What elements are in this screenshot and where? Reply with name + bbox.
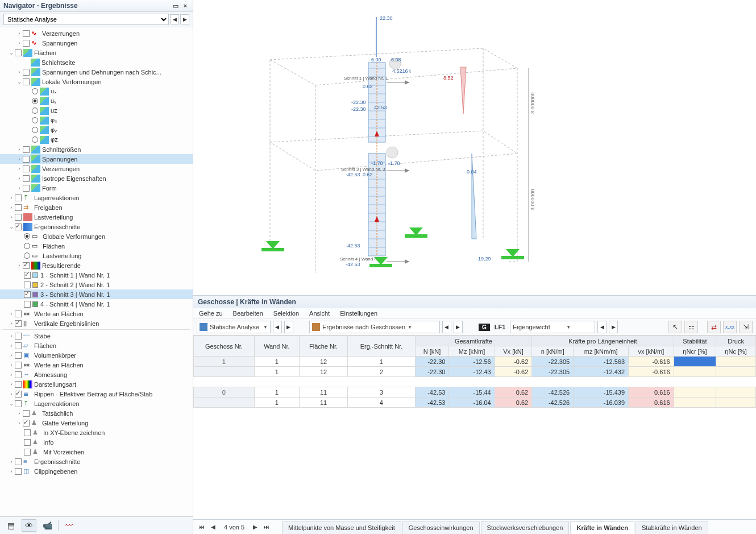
svg-text:-6.08: -6.08 [389, 57, 401, 63]
tree-item[interactable]: ›▣Volumenkörper [0, 350, 193, 360]
footer-tab[interactable]: Stabkräfte in Wänden [635, 521, 708, 534]
view-camera-icon[interactable]: 📹 [40, 519, 55, 532]
tree-item[interactable]: ⌄Flächen [0, 48, 193, 57]
close-icon[interactable]: × [181, 2, 189, 9]
tree-item[interactable]: Schichtseite [0, 57, 193, 67]
footer-tab[interactable]: Mittelpunkte von Masse und Steifigkeit [282, 521, 401, 534]
tree-item-spannungen[interactable]: ›Spannungen [0, 154, 193, 164]
tree-item[interactable]: ›〰Stäbe [0, 331, 193, 341]
tree-item[interactable]: ›◫Clippingebenen [0, 466, 193, 476]
view-data-icon[interactable]: ▤ [3, 519, 18, 532]
tree-item[interactable]: ♟In XY-Ebene zeichnen [0, 428, 193, 437]
prev-lc[interactable]: ◀ [597, 321, 607, 333]
analysis-mode-select[interactable]: Statische Analyse [3, 14, 169, 25]
first-page-button[interactable]: ⏮ [197, 524, 207, 530]
results-table: Geschoss Nr. Wand Nr. Fläche Nr. Erg.-Sc… [193, 336, 756, 408]
tree-item[interactable]: ›Verzerrungen [0, 28, 193, 38]
tree-item[interactable]: ♟Info [0, 437, 193, 447]
next-page-button[interactable]: ▶ [250, 524, 260, 530]
tree-item[interactable]: ›Werte an Flächen [0, 360, 193, 370]
tree-item[interactable]: ›Resultierende [0, 260, 193, 270]
tree-item[interactable]: φₓ [0, 115, 193, 125]
tree-item[interactable]: φᴢ [0, 135, 193, 144]
tree-item[interactable]: ›▱Flächen [0, 341, 193, 350]
results-toolbar: Statische Analyse▼ ◀ ▶ Ergebnisse nach G… [193, 319, 756, 336]
tree-item[interactable]: ›↔Abmessung [0, 370, 193, 379]
analysis-dropdown[interactable]: Statische Analyse▼ [197, 321, 271, 333]
tool-link-icon[interactable]: ⇄ [707, 321, 721, 333]
tree-item[interactable]: ▭Globale Verformungen [0, 231, 193, 241]
menu-bearbeiten[interactable]: Bearbeiten [233, 310, 263, 317]
3d-viewport[interactable]: 3.000000 3.000000 22.30 -6.00 [193, 0, 756, 295]
tree-item[interactable]: uᵧ [0, 96, 193, 106]
tree-item[interactable]: ›⇉Freigaben [0, 202, 193, 212]
svg-rect-75 [501, 256, 524, 259]
tree-item[interactable]: φᵧ [0, 125, 193, 135]
next-lc[interactable]: ▶ [609, 321, 618, 333]
tree-item[interactable]: ›≡Ergebnisschnitte [0, 457, 193, 466]
tree-item[interactable]: ▭Lastverteilung [0, 251, 193, 260]
tool-export-icon[interactable]: ⇲ [739, 321, 753, 333]
loadcase-badge: G [479, 324, 490, 331]
menu-gehezu[interactable]: Gehe zu [199, 310, 223, 317]
tree-item[interactable]: 4 - Schnitt 4 | Wand Nr. 1 [0, 299, 193, 309]
pin-icon[interactable]: ▭ [172, 2, 180, 10]
menu-selektion[interactable]: Selektion [273, 310, 299, 317]
table-row[interactable]: 01113-42.53-15.440.62-42.526-15.4390.616 [194, 387, 756, 398]
tree-item[interactable]: ›Darstellungsart [0, 379, 193, 389]
prev-analysis[interactable]: ◀ [273, 321, 282, 333]
view-graph-icon[interactable]: 〰 [62, 519, 77, 532]
prev-page-button[interactable]: ◀ [208, 524, 218, 530]
tree-item[interactable]: ›♟Tatsächlich [0, 408, 193, 418]
tool-xxx-icon[interactable]: x.xx [723, 321, 737, 333]
next-mode-button[interactable]: ▶ [180, 14, 189, 24]
tree-item[interactable]: ›Form [0, 183, 193, 193]
svg-text:0.62: 0.62 [363, 172, 373, 177]
prev-result[interactable]: ◀ [442, 321, 451, 333]
view-eye-icon[interactable]: 👁 [22, 519, 36, 532]
footer-tab[interactable]: Geschosseinwirkungen [402, 521, 480, 534]
tool-filter-icon[interactable]: ⚏ [684, 321, 698, 333]
results-table-wrap[interactable]: Geschoss Nr. Wand Nr. Fläche Nr. Erg.-Sc… [193, 336, 756, 519]
next-analysis[interactable]: ▶ [284, 321, 293, 333]
tree-item[interactable]: ›Spannungen und Dehnungen nach Schic... [0, 67, 193, 77]
table-row[interactable]: 1122-22.30-12.43-0.62-22.305-12.432-0.61… [194, 367, 756, 377]
last-page-button[interactable]: ⏭ [261, 524, 272, 530]
menu-ansicht[interactable]: Ansicht [309, 310, 330, 317]
table-row[interactable]: 1114-42.53-16.040.62-42.526-16.0390.616 [194, 398, 756, 408]
tree-item[interactable]: ›≣Rippen - Effektiver Beitrag auf Fläche… [0, 389, 193, 399]
results-tree[interactable]: ›Verzerrungen ›Spannungen ⌄Flächen Schic… [0, 27, 193, 516]
footer-tab[interactable]: Stockwerksverschiebungen [481, 521, 570, 534]
tool-cursor-icon[interactable]: ↖ [668, 321, 682, 333]
prev-mode-button[interactable]: ◀ [170, 14, 179, 24]
tree-item[interactable]: ⌄Lokale Verformungen [0, 77, 193, 86]
tree-item[interactable]: ⌄⤒Lagerreaktionen [0, 399, 193, 408]
table-row[interactable]: 11121-22.30-12.56-0.62-22.305-12.563-0.6… [194, 357, 756, 367]
menu-einstellungen[interactable]: Einstellungen [340, 310, 377, 317]
svg-text:42.53: 42.53 [374, 105, 387, 110]
tree-item-schnitt3[interactable]: 3 - Schnitt 3 | Wand Nr. 1 [0, 289, 193, 299]
tree-item[interactable]: ▭Flächen [0, 241, 193, 251]
tree-item[interactable]: ›Schnittgrößen [0, 144, 193, 154]
tree-item[interactable]: 1 - Schnitt 1 | Wand Nr. 1 [0, 270, 193, 280]
loadcase-dropdown[interactable]: Eigengewicht▼ [510, 321, 595, 333]
svg-marker-68 [266, 241, 280, 249]
footer-tab[interactable]: Kräfte in Wänden [570, 521, 634, 534]
tree-item[interactable]: ›⤒Lagerreaktionen [0, 193, 193, 202]
tree-item[interactable]: ›♟Glatte Verteilung [0, 418, 193, 428]
tree-item[interactable]: ♟Mit Vorzeichen [0, 447, 193, 457]
tree-item[interactable]: 2 - Schnitt 2 | Wand Nr. 1 [0, 280, 193, 289]
tree-item[interactable]: ›Spannungen [0, 38, 193, 48]
tree-item[interactable]: ›Isotrope Eigenschaften [0, 173, 193, 183]
tree-item[interactable]: ⌄Ergebnisschnitte [0, 222, 193, 231]
tree-item[interactable]: uₓ [0, 86, 193, 96]
tree-item[interactable]: ›Vertikale Ergebnislinien [0, 318, 193, 328]
tree-item[interactable]: ›Werte an Flächen [0, 309, 193, 318]
results-menu: Gehe zu Bearbeiten Selektion Ansicht Ein… [193, 308, 756, 319]
tree-item[interactable]: uᴢ [0, 106, 193, 115]
tree-item[interactable]: ›Lastverteilung [0, 212, 193, 222]
next-result[interactable]: ▶ [454, 321, 463, 333]
tree-item[interactable]: ›Verzerrungen [0, 164, 193, 173]
results-panel: Geschosse | Kräfte in Wänden Gehe zu Bea… [193, 295, 756, 534]
results-by-dropdown[interactable]: Ergebnisse nach Geschossen▼ [309, 321, 440, 333]
